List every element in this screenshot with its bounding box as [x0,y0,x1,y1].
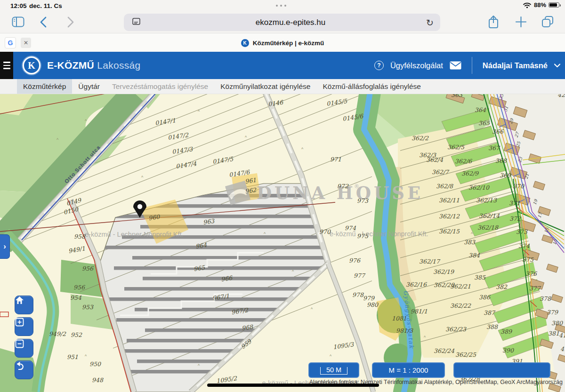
parcel-label: 389 [500,328,512,335]
tab-title: Közműtérkép | e-közmű [253,40,324,47]
tabs-overview-button[interactable] [541,16,554,30]
multitasking-dots-icon [276,5,286,7]
parcel-label: 362/22 [450,302,471,309]
tab-tervezestamogatas: Tervezéstámogatás igénylése [106,79,214,94]
parcel-label: 977 [354,272,366,279]
tab-kozmu-allasfoglalas[interactable]: Közmű-állásfoglalás igénylése [316,79,427,94]
zoom-in-button[interactable] [15,317,33,336]
reload-button[interactable]: ↻ [426,17,434,28]
battery-percent: 88% [534,1,546,8]
parcel-label: 410/ [559,332,565,339]
map-viewport[interactable]: ^^^^^^^^^^^^^^ e-közmű - Lechner Nonprof… [0,94,565,392]
parcel-label: 981/1 [411,308,428,315]
parcel-label: 364 [475,106,486,113]
parcel-label: 362/16 [406,281,427,288]
parcel-label: 386 [479,294,491,301]
parcel-label: 362/2 [412,135,429,142]
parcel-label: 362/5 [447,144,465,151]
tab-strip: G ✕ K Közműtérkép | e-közmű [0,33,565,52]
parcel-label: 972 [337,183,349,190]
clock: 12:05 [10,2,27,9]
back-button[interactable] [40,16,47,30]
parcel-label: 362/12 [439,213,460,220]
parcel-label: 956 [73,284,85,291]
parcel-label: 387 [484,309,496,316]
parcel-label: 1081 [392,315,407,322]
watermark-provider: e-közmű - Lechner Nonprofit Kft. [85,231,184,238]
parcel-label: 362/23 [445,326,467,333]
home-indicator[interactable] [207,384,379,387]
parcel-label: 978 [352,291,364,298]
new-tab-button[interactable] [515,16,527,30]
parcel-label: 376 [525,270,537,277]
parcel-label: 365 [478,120,490,127]
forward-button[interactable] [67,16,74,30]
home-button[interactable] [15,296,33,314]
coordinates-button[interactable] [453,362,550,378]
sidebar-toggle-button[interactable] [12,16,24,29]
parcel-label: 948 [92,376,104,384]
tab-kozmunyilatkozat[interactable]: Közműnyilatkozat igénylése [214,79,316,94]
scale-ratio-button[interactable]: M = 1 : 2000 [372,362,445,378]
parcel-label: 954 [70,294,82,301]
customer-service-link[interactable]: Ügyfélszolgálat [390,61,443,70]
parcel-label: 381 [548,330,559,337]
parcel-label: 362/7 [432,168,450,176]
active-tab[interactable]: K Közműtérkép | e-közmű [0,33,565,52]
parcel-label: 377 [529,285,541,292]
parcel-label: 383 [464,239,476,246]
home-icon [15,296,24,304]
wifi-icon [523,2,532,8]
parcel-label: 374 [518,242,530,249]
share-button[interactable] [488,15,499,31]
parcel-label: 362/19 [433,268,454,275]
parcel-label: 362/17 [419,258,441,265]
parcel-label: 388 [486,323,498,330]
scale-bar-label: 50 M [320,367,347,375]
help-icon[interactable]: ? [374,61,384,70]
chevron-down-icon[interactable] [554,64,560,68]
hamburger-menu-button[interactable] [0,52,13,79]
parcel-label: 971 [330,156,341,163]
brand-name: E-KÖZMŰ [47,60,94,71]
parcel-label: 375 [522,256,534,263]
parcel-label: 362/15 [439,228,460,235]
undo-button[interactable] [15,360,33,379]
parcel-label: 975 [357,232,369,240]
parcel-label: 362/11 [439,197,460,204]
parcel-label: 974 [345,224,356,232]
parcel-label: 956 [82,265,94,272]
user-menu[interactable]: Nádaljai Tamásné [483,61,548,70]
page-menu-icon[interactable] [132,18,141,27]
parcel-label: 410 [560,345,565,352]
brand-suffix: Lakosság [97,60,140,71]
undo-icon [15,361,24,370]
layer-panel-toggle[interactable]: › [0,234,10,259]
parcel-label: 951 [67,353,78,360]
parcel-label: 379 [547,309,558,316]
tab-kozmuterkep[interactable]: Közműtérkép [17,79,72,94]
zoom-out-button[interactable] [15,339,33,358]
parcel-label: 950 [89,360,101,368]
parcel-label: 369 [500,172,511,179]
parcel-label: 382 [496,283,508,290]
registered-mark: ® [354,184,359,190]
address-bar[interactable]: ekozmu.e-epites.hu ↻ [124,14,440,31]
parcel-label: 373 [516,228,528,235]
scale-bar-button[interactable]: 50 M [308,362,359,378]
tab-ugytar[interactable]: Ügytár [72,79,106,94]
ekozmu-logo: K [23,56,40,74]
zoom-out-icon [15,339,24,348]
parcel-label: 362/14 [479,212,500,219]
messages-icon[interactable] [450,61,461,70]
parcel-label: 371 [509,200,520,207]
parcel-label: 973 [357,197,369,204]
parcel-label: 953 [82,304,94,311]
parcel-label: 370 [513,183,525,190]
parcel-label: 390 [502,347,514,354]
date: dec. 11. Cs [29,2,62,9]
parcel-label: 362/4 [426,156,444,163]
battery-icon [549,2,559,8]
main-nav: Közműtérkép Ügytár Tervezéstámogatás igé… [0,79,565,94]
parcel-label: 368 [495,157,507,164]
